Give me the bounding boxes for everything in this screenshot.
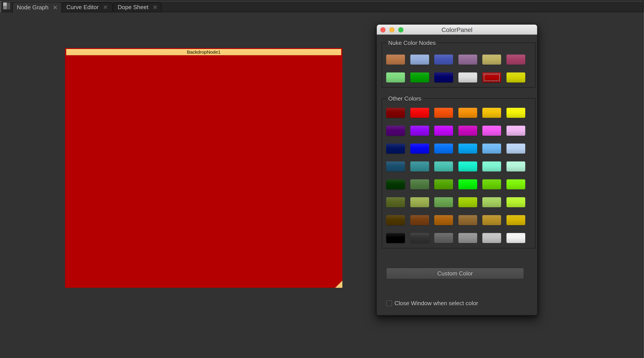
color-swatch[interactable] (506, 126, 525, 136)
window-top-highlight (0, 0, 644, 1)
color-swatch[interactable] (410, 233, 429, 243)
tab-label: Curve Editor (66, 4, 99, 11)
color-swatch[interactable] (458, 215, 477, 225)
color-swatch[interactable] (506, 215, 525, 225)
color-swatch[interactable] (506, 144, 525, 154)
color-swatch[interactable] (386, 54, 405, 64)
color-swatch[interactable] (386, 108, 405, 118)
color-swatch[interactable] (410, 197, 429, 207)
color-swatch[interactable] (482, 126, 501, 136)
color-swatch[interactable] (458, 233, 477, 243)
color-swatch[interactable] (410, 179, 429, 190)
color-swatch[interactable] (434, 233, 453, 243)
color-swatch[interactable] (386, 126, 405, 136)
color-swatch[interactable] (434, 179, 453, 190)
color-swatch[interactable] (434, 108, 453, 118)
color-swatch[interactable] (482, 144, 501, 154)
color-swatch[interactable] (482, 162, 501, 172)
tab-label: Node Graph (17, 4, 48, 11)
color-swatch[interactable] (506, 179, 525, 190)
color-swatch[interactable] (434, 197, 453, 207)
color-swatch[interactable] (410, 144, 429, 154)
tab-curve-editor[interactable]: Curve Editor✕ (61, 2, 113, 12)
color-swatch[interactable] (482, 233, 501, 243)
color-swatch[interactable] (434, 126, 453, 136)
color-swatch[interactable] (506, 233, 525, 243)
color-swatch[interactable] (458, 179, 477, 190)
tab-close-icon[interactable]: ✕ (153, 5, 158, 10)
color-swatch[interactable] (458, 126, 477, 136)
color-swatch[interactable] (458, 54, 477, 64)
color-swatch[interactable] (410, 162, 429, 172)
color-swatch[interactable] (482, 197, 501, 207)
custom-color-button[interactable]: Custom Color (386, 268, 524, 279)
colorpanel-title: ColorPanel (377, 26, 537, 34)
color-swatch[interactable] (482, 215, 501, 225)
color-swatch[interactable] (434, 215, 453, 225)
color-swatch[interactable] (386, 162, 405, 172)
color-swatch[interactable] (458, 144, 477, 154)
tab-node-graph[interactable]: Node Graph✕ (12, 2, 62, 13)
pane-splitter[interactable] (643, 0, 644, 358)
pane-splitter-top-cap (643, 0, 644, 12)
backdrop-node-header[interactable]: BackdropNode1 (66, 49, 341, 55)
color-swatch[interactable] (458, 197, 477, 207)
colorpanel-window: ColorPanel Nuke Color Nodes Other Colors… (376, 24, 537, 315)
color-swatch[interactable] (434, 144, 453, 154)
node-graph-canvas[interactable]: BackdropNode1 (0, 12, 644, 358)
color-swatch[interactable] (458, 72, 477, 82)
color-swatch[interactable] (506, 72, 525, 82)
color-swatch[interactable] (434, 72, 453, 82)
tab-bar-left-edge (0, 1, 1, 12)
color-swatch[interactable] (506, 162, 525, 172)
tab-dope-sheet[interactable]: Dope Sheet✕ (113, 2, 162, 12)
color-swatch[interactable] (506, 197, 525, 207)
colorpanel-titlebar[interactable]: ColorPanel (377, 24, 537, 35)
color-swatch[interactable] (434, 162, 453, 172)
other-colors-group: Other Colors (382, 98, 536, 248)
color-swatch[interactable] (386, 215, 405, 225)
color-swatch[interactable] (386, 197, 405, 207)
color-swatch[interactable] (482, 54, 501, 64)
color-swatch[interactable] (410, 215, 429, 225)
tab-close-icon[interactable]: ✕ (103, 5, 108, 10)
backdrop-resize-handle[interactable] (335, 281, 342, 288)
nuke-color-nodes-label: Nuke Color Nodes (386, 39, 438, 46)
color-swatch[interactable] (386, 179, 405, 190)
close-window-checkbox-label: Close Window when select color (394, 300, 478, 306)
color-swatch[interactable] (410, 108, 429, 118)
color-swatch[interactable] (386, 72, 405, 82)
color-swatch[interactable] (410, 54, 429, 64)
color-swatch[interactable] (506, 108, 525, 118)
color-swatch[interactable] (482, 108, 501, 118)
backdrop-node[interactable]: BackdropNode1 (65, 48, 342, 288)
color-swatch[interactable] (482, 72, 501, 82)
color-swatch[interactable] (410, 72, 429, 82)
close-window-checkbox[interactable] (386, 300, 392, 306)
tab-label: Dope Sheet (118, 4, 148, 11)
color-swatch[interactable] (410, 126, 429, 136)
color-swatch[interactable] (434, 54, 453, 64)
color-swatch[interactable] (506, 54, 525, 64)
color-swatch[interactable] (386, 144, 405, 154)
color-swatch[interactable] (386, 233, 405, 243)
other-colors-label: Other Colors (386, 95, 423, 102)
color-swatch[interactable] (458, 162, 477, 172)
color-swatch[interactable] (458, 108, 477, 118)
tab-close-icon[interactable]: ✕ (53, 5, 58, 10)
pane-layout-icon[interactable] (3, 2, 10, 10)
color-swatch[interactable] (482, 179, 501, 190)
backdrop-node-label: BackdropNode1 (187, 50, 221, 55)
